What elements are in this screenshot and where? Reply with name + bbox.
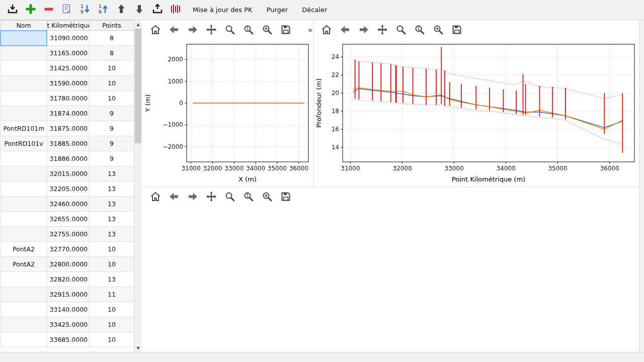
table-row[interactable]: 31590.000010	[1, 76, 134, 91]
forward-button[interactable]	[186, 190, 200, 204]
zoom-one-button[interactable]: 1	[242, 190, 256, 204]
table-row[interactable]: 31886.00009	[1, 151, 134, 166]
cell-points[interactable]: 10	[89, 61, 134, 76]
cell-points[interactable]: 13	[89, 197, 134, 212]
pan-button[interactable]	[204, 190, 218, 204]
cell-nom[interactable]	[1, 151, 47, 166]
forward-button[interactable]	[357, 23, 371, 37]
cell-points[interactable]: 10	[89, 76, 134, 91]
table-row[interactable]: 32460.000013	[1, 197, 134, 212]
cell-nom[interactable]	[1, 272, 47, 287]
table-row[interactable]: 31090.00008	[1, 31, 134, 46]
move-down-button[interactable]	[131, 2, 148, 18]
cell-pk[interactable]: 32460.0000	[47, 197, 89, 212]
cell-nom[interactable]	[1, 166, 47, 182]
cell-nom[interactable]	[1, 76, 47, 91]
cell-points[interactable]: 11	[89, 287, 134, 302]
cell-pk[interactable]: 31885.0000	[47, 136, 89, 151]
zoom-one-button[interactable]: 1	[242, 23, 256, 37]
cell-nom[interactable]	[1, 31, 47, 46]
cell-nom[interactable]	[1, 212, 47, 227]
back-button[interactable]	[338, 23, 352, 37]
save-button[interactable]	[279, 23, 293, 37]
back-button[interactable]	[167, 23, 181, 37]
cell-nom[interactable]	[1, 332, 47, 347]
cell-pk[interactable]: 32770.0000	[47, 242, 89, 257]
zoom-rect-button[interactable]	[431, 23, 445, 37]
cell-pk[interactable]: 31875.0000	[47, 121, 89, 136]
cell-nom[interactable]: PontRD101m	[1, 121, 47, 136]
cell-points[interactable]: 9	[89, 121, 134, 136]
table-row[interactable]: 31425.000010	[1, 61, 134, 76]
cell-points[interactable]: 10	[89, 302, 134, 317]
depth-profile-plot[interactable]: 3100032000330003400035000360001416182022…	[314, 39, 639, 185]
cell-pk[interactable]: 32205.0000	[47, 182, 89, 197]
zoom-button[interactable]	[223, 190, 237, 204]
table-row[interactable]: 32015.000013	[1, 166, 134, 182]
cell-pk[interactable]: 31165.0000	[47, 46, 89, 61]
cell-pk[interactable]: 32915.0000	[47, 287, 89, 302]
cell-nom[interactable]	[1, 61, 47, 76]
scroll-up-icon[interactable]: ▲	[134, 20, 142, 28]
save-button[interactable]	[279, 190, 293, 204]
home-button[interactable]	[148, 23, 163, 37]
table-scrollbar-thumb[interactable]	[135, 29, 141, 143]
cell-nom[interactable]: PontRD101v	[1, 136, 47, 151]
cell-points[interactable]: 9	[89, 106, 134, 121]
cell-pk[interactable]: 31874.0000	[47, 106, 89, 121]
remove-row-button[interactable]	[40, 2, 57, 18]
cell-nom[interactable]	[1, 197, 47, 212]
cell-pk[interactable]: 31090.0000	[47, 31, 89, 46]
zoom-button[interactable]	[223, 23, 237, 37]
cell-nom[interactable]	[1, 302, 47, 317]
table-row[interactable]: 33425.000010	[1, 317, 134, 332]
table-row[interactable]: 31780.000010	[1, 91, 134, 106]
table-row[interactable]: 31165.00008	[1, 46, 134, 61]
import-profiles-button[interactable]	[4, 2, 21, 18]
xy-trajectory-plot[interactable]: 310003200033000340003500036000−2000−1000…	[143, 39, 312, 185]
cell-points[interactable]: 13	[89, 227, 134, 242]
table-row[interactable]: PontRD101m31875.00009	[1, 121, 134, 136]
column-header-nom[interactable]: Nom	[1, 21, 47, 31]
cell-points[interactable]: 9	[89, 136, 134, 151]
purge-button[interactable]: Purger	[261, 3, 294, 17]
sort-descending-button[interactable]: 19	[76, 2, 94, 18]
cell-points[interactable]: 13	[89, 182, 134, 197]
cell-points[interactable]: 10	[89, 332, 134, 347]
cell-nom[interactable]: PontA2	[1, 257, 47, 272]
cell-points[interactable]: 10	[89, 242, 134, 257]
table-scrollbar[interactable]: ▲ ▼	[134, 20, 142, 352]
cell-pk[interactable]: 31590.0000	[47, 76, 89, 91]
move-up-button[interactable]	[113, 2, 130, 18]
cell-pk[interactable]: 31425.0000	[47, 61, 89, 76]
table-row[interactable]: 33685.000010	[1, 332, 134, 347]
cell-nom[interactable]	[1, 287, 47, 302]
cell-nom[interactable]	[1, 106, 47, 121]
back-button[interactable]	[167, 190, 181, 204]
shift-button[interactable]: Décaler	[296, 3, 333, 17]
cell-points[interactable]: 9	[89, 151, 134, 166]
cell-points[interactable]: 13	[89, 272, 134, 287]
zoom-one-button[interactable]: 1	[413, 23, 427, 37]
cell-points[interactable]: 10	[89, 317, 134, 332]
column-header-pk[interactable]: t Kilométrique	[47, 21, 89, 31]
cell-points[interactable]: 13	[89, 166, 134, 182]
table-row[interactable]: 32205.000013	[1, 182, 134, 197]
table-row[interactable]: 32755.000013	[1, 227, 134, 242]
cell-pk[interactable]: 31780.0000	[47, 91, 89, 106]
cell-pk[interactable]: 32800.0000	[47, 257, 89, 272]
table-row[interactable]: PontRD101v31885.00009	[1, 136, 134, 151]
cell-pk[interactable]: 32755.0000	[47, 227, 89, 242]
forward-button[interactable]	[186, 23, 200, 37]
table-row[interactable]: 32655.000013	[1, 212, 134, 227]
cell-pk[interactable]: 32015.0000	[47, 166, 89, 182]
right-scrollbar[interactable]	[639, 20, 644, 352]
cell-nom[interactable]	[1, 227, 47, 242]
table-row[interactable]: 32820.000013	[1, 272, 134, 287]
cell-pk[interactable]: 33685.0000	[47, 332, 89, 347]
save-button[interactable]	[450, 23, 464, 37]
cell-nom[interactable]	[1, 46, 47, 61]
cell-nom[interactable]	[1, 91, 47, 106]
cell-nom[interactable]	[1, 182, 47, 197]
update-pk-button[interactable]: Mise à jour des PK	[187, 3, 258, 17]
